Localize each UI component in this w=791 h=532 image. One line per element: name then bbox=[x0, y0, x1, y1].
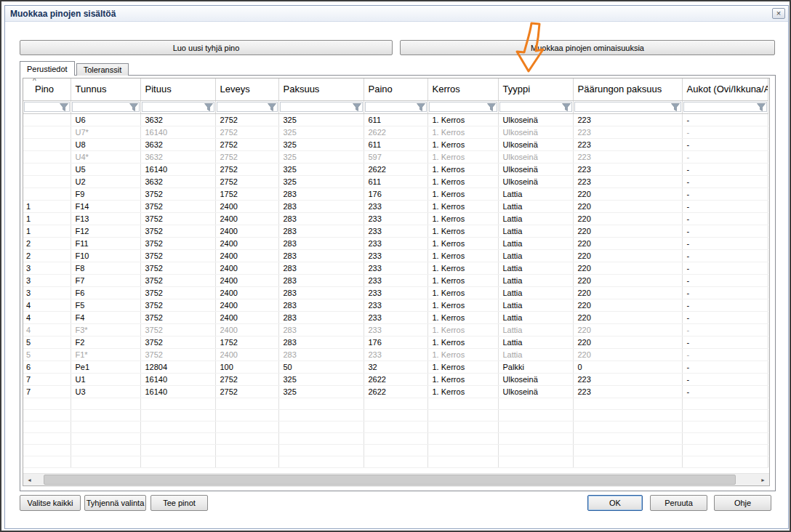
filter-funnel-icon[interactable] bbox=[268, 103, 276, 111]
table-cell-kerros[interactable]: 1. Kerros bbox=[427, 360, 498, 373]
scroll-left-button[interactable]: ◄ bbox=[23, 474, 36, 485]
create-empty-stack-button[interactable]: Luo uusi tyhjä pino bbox=[20, 40, 393, 55]
table-row[interactable]: U4*363227523255971. KerrosUlkoseinä223- bbox=[23, 150, 768, 163]
table-cell-paino[interactable]: 611 bbox=[364, 175, 427, 188]
table-cell-kerros[interactable]: 1. Kerros bbox=[427, 138, 498, 150]
scrollbar-thumb[interactable] bbox=[44, 475, 736, 485]
table-cell-paksuus[interactable]: 325 bbox=[278, 373, 364, 385]
table-cell-paino[interactable]: 233 bbox=[364, 274, 427, 286]
column-filter-input[interactable] bbox=[217, 102, 278, 112]
table-cell-leveys[interactable]: 2752 bbox=[215, 138, 278, 150]
table-row[interactable]: 4F5375224002832331. KerrosLattia220- bbox=[23, 299, 768, 311]
table-cell-pino[interactable] bbox=[23, 150, 71, 163]
table-cell-p-rungon-paksuus[interactable]: 220 bbox=[573, 237, 682, 249]
table-cell-leveys[interactable]: 2752 bbox=[215, 150, 278, 163]
table-cell-tyyppi[interactable]: Ulkoseinä bbox=[498, 373, 573, 385]
table-cell-kerros[interactable]: 1. Kerros bbox=[427, 262, 498, 274]
table-cell-aukot-ovi-ikkuna-a[interactable]: - bbox=[682, 225, 768, 237]
column-filter-input[interactable] bbox=[24, 102, 70, 112]
table-cell-tyyppi[interactable]: Lattia bbox=[498, 237, 573, 249]
table-cell-aukot-ovi-ikkuna-a[interactable]: - bbox=[682, 311, 768, 323]
table-row[interactable]: 3F6375224002832331. KerrosLattia220- bbox=[23, 286, 768, 299]
table-cell-paino[interactable]: 233 bbox=[364, 299, 427, 311]
table-cell-tunnus[interactable]: F11 bbox=[71, 237, 140, 249]
table-cell-paino[interactable]: 233 bbox=[364, 286, 427, 299]
column-header-p-rungon-paksuus[interactable]: Päärungon paksuus bbox=[573, 78, 682, 100]
table-cell-kerros[interactable]: 1. Kerros bbox=[427, 212, 498, 225]
table-cell-tyyppi[interactable]: Lattia bbox=[498, 323, 573, 336]
filter-funnel-icon[interactable] bbox=[353, 103, 361, 111]
clear-selection-button[interactable]: Tyhjennä valinta bbox=[84, 495, 146, 511]
table-cell-tyyppi[interactable]: Lattia bbox=[498, 336, 573, 348]
table-cell-pituus[interactable]: 12804 bbox=[140, 360, 215, 373]
table-cell-pino[interactable]: 4 bbox=[23, 311, 71, 323]
table-cell-pino[interactable] bbox=[23, 138, 71, 150]
table-cell-pituus[interactable]: 16140 bbox=[140, 163, 215, 175]
table-row[interactable]: 3F8375224002832331. KerrosLattia220- bbox=[23, 262, 768, 274]
table-cell-p-rungon-paksuus[interactable]: 223 bbox=[573, 373, 682, 385]
table-cell-pino[interactable]: 5 bbox=[23, 348, 71, 360]
table-row[interactable]: 3F7375224002832331. KerrosLattia220- bbox=[23, 274, 768, 286]
select-all-button[interactable]: Valitse kaikki bbox=[20, 495, 81, 511]
table-row[interactable]: 1F13375224002832331. KerrosLattia220- bbox=[23, 212, 768, 225]
filter-funnel-icon[interactable] bbox=[562, 103, 571, 111]
tab-toleranssit[interactable]: Toleranssit bbox=[76, 63, 129, 76]
table-row[interactable]: U8363227523256111. KerrosUlkoseinä223- bbox=[23, 138, 768, 150]
table-cell-p-rungon-paksuus[interactable]: 220 bbox=[573, 348, 682, 360]
table-cell-tunnus[interactable]: Pe1 bbox=[71, 360, 140, 373]
table-row[interactable]: 2F10375224002832331. KerrosLattia220- bbox=[23, 249, 768, 262]
table-cell-paksuus[interactable]: 325 bbox=[278, 175, 364, 188]
filter-funnel-icon[interactable] bbox=[60, 103, 68, 111]
table-cell-leveys[interactable]: 2752 bbox=[215, 126, 278, 138]
table-cell-kerros[interactable]: 1. Kerros bbox=[427, 274, 498, 286]
table-cell-paino[interactable]: 2622 bbox=[364, 126, 427, 138]
table-cell-leveys[interactable]: 2752 bbox=[215, 163, 278, 175]
table-cell-p-rungon-paksuus[interactable]: 220 bbox=[573, 274, 682, 286]
table-cell-p-rungon-paksuus[interactable]: 220 bbox=[573, 336, 682, 348]
table-cell-paino[interactable]: 233 bbox=[364, 311, 427, 323]
table-cell-p-rungon-paksuus[interactable]: 220 bbox=[573, 249, 682, 262]
table-cell-paksuus[interactable]: 283 bbox=[278, 286, 364, 299]
ok-button[interactable]: OK bbox=[587, 495, 643, 511]
table-cell-p-rungon-paksuus[interactable]: 220 bbox=[573, 262, 682, 274]
column-header-kerros[interactable]: Kerros bbox=[427, 78, 498, 100]
table-cell-paino[interactable]: 2622 bbox=[364, 163, 427, 175]
table-cell-kerros[interactable]: 1. Kerros bbox=[427, 225, 498, 237]
table-cell-tyyppi[interactable]: Ulkoseinä bbox=[498, 126, 573, 138]
table-cell-paksuus[interactable]: 325 bbox=[278, 163, 364, 175]
table-cell-pituus[interactable]: 3752 bbox=[140, 237, 215, 249]
table-cell-aukot-ovi-ikkuna-a[interactable]: - bbox=[682, 113, 768, 126]
table-cell-tunnus[interactable]: F1* bbox=[71, 348, 140, 360]
table-cell-kerros[interactable]: 1. Kerros bbox=[427, 150, 498, 163]
table-cell-pino[interactable] bbox=[23, 163, 71, 175]
table-cell-kerros[interactable]: 1. Kerros bbox=[427, 385, 498, 398]
table-cell-paksuus[interactable]: 283 bbox=[278, 274, 364, 286]
table-cell-paksuus[interactable]: 325 bbox=[278, 126, 364, 138]
table-cell-pituus[interactable]: 3752 bbox=[140, 249, 215, 262]
table-cell-aukot-ovi-ikkuna-a[interactable]: - bbox=[682, 274, 768, 286]
table-cell-kerros[interactable]: 1. Kerros bbox=[427, 323, 498, 336]
make-stacks-button[interactable]: Tee pinot bbox=[150, 495, 208, 511]
table-cell-leveys[interactable]: 2400 bbox=[215, 212, 278, 225]
table-cell-paino[interactable]: 597 bbox=[364, 150, 427, 163]
table-cell-aukot-ovi-ikkuna-a[interactable]: - bbox=[682, 138, 768, 150]
table-cell-paino[interactable]: 233 bbox=[364, 200, 427, 212]
table-cell-kerros[interactable]: 1. Kerros bbox=[427, 311, 498, 323]
table-cell-tyyppi[interactable]: Lattia bbox=[498, 188, 573, 200]
table-cell-pino[interactable]: 6 bbox=[23, 360, 71, 373]
table-cell-pituus[interactable]: 16140 bbox=[140, 126, 215, 138]
table-cell-pituus[interactable]: 3752 bbox=[140, 348, 215, 360]
table-cell-kerros[interactable]: 1. Kerros bbox=[427, 373, 498, 385]
table-cell-p-rungon-paksuus[interactable]: 220 bbox=[573, 200, 682, 212]
table-cell-kerros[interactable]: 1. Kerros bbox=[427, 163, 498, 175]
table-cell-paino[interactable]: 233 bbox=[364, 237, 427, 249]
table-cell-leveys[interactable]: 1752 bbox=[215, 188, 278, 200]
table-cell-pituus[interactable]: 3752 bbox=[140, 188, 215, 200]
table-cell-aukot-ovi-ikkuna-a[interactable]: - bbox=[682, 385, 768, 398]
table-cell-p-rungon-paksuus[interactable]: 220 bbox=[573, 212, 682, 225]
table-row[interactable]: 4F4375224002832331. KerrosLattia220- bbox=[23, 311, 768, 323]
column-header-pituus[interactable]: Pituus bbox=[140, 78, 215, 100]
table-cell-pino[interactable] bbox=[23, 126, 71, 138]
table-cell-paksuus[interactable]: 283 bbox=[278, 225, 364, 237]
table-cell-p-rungon-paksuus[interactable]: 223 bbox=[573, 138, 682, 150]
